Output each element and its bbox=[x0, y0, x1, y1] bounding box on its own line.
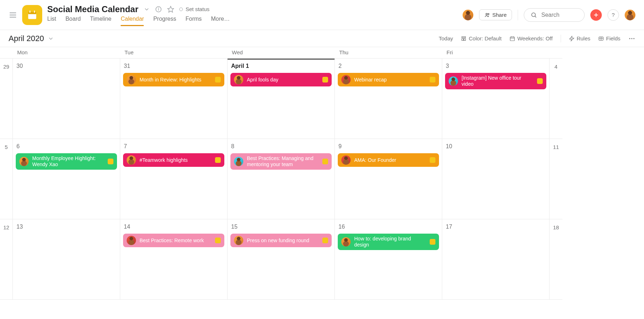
project-color-icon[interactable] bbox=[22, 5, 42, 25]
day-cell[interactable]: 6 Monthly Employee Highlight: Wendy Xao bbox=[13, 139, 120, 219]
task-badge-icon bbox=[537, 78, 543, 84]
day-number: 9 bbox=[338, 143, 439, 150]
tab-board[interactable]: Board bbox=[65, 16, 81, 26]
day-number: 16 bbox=[338, 224, 439, 230]
task-badge-icon bbox=[430, 77, 435, 83]
task-badge-icon bbox=[215, 238, 221, 243]
svg-point-11 bbox=[486, 13, 487, 15]
task-card[interactable]: Monthly Employee Highlight: Wendy Xao bbox=[16, 153, 117, 170]
color-picker[interactable]: Color: Default bbox=[461, 35, 502, 41]
svg-rect-17 bbox=[462, 36, 466, 38]
task-card[interactable]: Best Practices: Managing and mentoring y… bbox=[230, 153, 332, 170]
day-cell[interactable]: 15 Press on new funding round bbox=[228, 219, 335, 300]
search-box[interactable] bbox=[524, 8, 585, 22]
set-status-button[interactable]: Set status bbox=[179, 6, 210, 12]
share-button[interactable]: Share bbox=[479, 9, 512, 20]
day-cell[interactable]: 7 #Teamwork highlights bbox=[120, 139, 228, 219]
tab-calendar[interactable]: Calendar bbox=[121, 16, 144, 26]
tab-timeline[interactable]: Timeline bbox=[90, 16, 112, 26]
day-number: 8 bbox=[231, 143, 332, 150]
saturday-gutter[interactable]: 4 bbox=[550, 59, 562, 139]
tab-forms[interactable]: Forms bbox=[185, 16, 201, 26]
day-cell[interactable]: 8 Best Practices: Managing and mentoring… bbox=[228, 139, 335, 219]
task-card[interactable]: Webinar recap bbox=[338, 73, 439, 86]
svg-point-12 bbox=[488, 13, 489, 14]
day-cell[interactable]: 14 Best Practices: Remote work bbox=[120, 219, 228, 300]
svg-rect-4 bbox=[28, 12, 36, 14]
weekends-toggle[interactable]: Weekends: Off bbox=[509, 35, 553, 41]
dow-tue: Tue bbox=[120, 47, 228, 59]
tab-progress[interactable]: Progress bbox=[153, 16, 176, 26]
task-card[interactable]: Press on new funding round bbox=[230, 234, 332, 247]
task-badge-icon bbox=[430, 239, 435, 245]
help-button[interactable]: ? bbox=[608, 9, 619, 21]
plus-icon bbox=[593, 12, 599, 18]
assignee-avatar bbox=[341, 75, 351, 84]
day-number: 7 bbox=[124, 143, 224, 150]
task-badge-icon bbox=[215, 77, 221, 83]
saturday-gutter[interactable]: 18 bbox=[550, 219, 562, 300]
day-cell[interactable]: 2 Webinar recap bbox=[335, 59, 442, 139]
calendar-grid: Mon Tue Wed Thu Fri 29 30 31 Month in Re… bbox=[0, 47, 644, 300]
task-card[interactable]: Month in Review: Highlights bbox=[123, 73, 224, 86]
tab-more[interactable]: More… bbox=[211, 16, 230, 26]
month-picker[interactable]: April 2020 bbox=[9, 34, 54, 43]
task-card[interactable]: April fools day bbox=[230, 73, 332, 86]
more-options-button[interactable] bbox=[628, 35, 635, 42]
assignee-avatar bbox=[234, 236, 243, 245]
day-cell[interactable]: 10 bbox=[442, 139, 550, 219]
search-input[interactable] bbox=[541, 11, 578, 19]
project-header: Social Media Calendar Set status List Bo… bbox=[47, 4, 458, 26]
set-status-label: Set status bbox=[186, 6, 210, 12]
hamburger-menu-icon[interactable] bbox=[9, 11, 17, 19]
task-card[interactable]: #Teamwork highlights bbox=[123, 153, 224, 167]
day-cell[interactable]: 17 bbox=[442, 219, 550, 300]
sunday-gutter[interactable]: 5 bbox=[0, 139, 13, 219]
sunday-gutter[interactable]: 12 bbox=[0, 219, 13, 300]
rules-label: Rules bbox=[577, 35, 590, 41]
day-number: 17 bbox=[446, 224, 546, 230]
task-title: Press on new funding round bbox=[247, 238, 319, 244]
calendar-toolbar: April 2020 Today Color: Default Weekends… bbox=[0, 30, 644, 47]
info-icon[interactable] bbox=[155, 6, 162, 13]
calendar-icon bbox=[509, 36, 515, 41]
assignee-avatar bbox=[127, 236, 136, 245]
rules-button[interactable]: Rules bbox=[569, 35, 590, 41]
project-title[interactable]: Social Media Calendar bbox=[47, 4, 138, 14]
quick-add-button[interactable] bbox=[590, 9, 602, 21]
task-card[interactable]: [Instagram] New office tour video bbox=[445, 73, 546, 89]
task-card[interactable]: Best Practices: Remote work bbox=[123, 234, 224, 247]
lightning-icon bbox=[569, 36, 575, 41]
fields-button[interactable]: Fields bbox=[598, 35, 620, 41]
day-cell[interactable]: 16 How to: developing brand design bbox=[335, 219, 442, 300]
day-cell[interactable]: April 1 April fools day bbox=[228, 59, 335, 139]
project-dropdown-caret-icon[interactable] bbox=[143, 6, 150, 13]
share-label: Share bbox=[492, 12, 507, 18]
search-icon bbox=[531, 12, 537, 18]
day-cell[interactable]: 30 bbox=[13, 59, 120, 139]
day-cell[interactable]: 31 Month in Review: Highlights bbox=[120, 59, 228, 139]
assignee-avatar bbox=[19, 157, 29, 166]
day-cell[interactable]: 3 [Instagram] New office tour video bbox=[442, 59, 550, 139]
user-avatar[interactable] bbox=[625, 10, 635, 20]
tab-list[interactable]: List bbox=[47, 16, 56, 26]
task-title: Month in Review: Highlights bbox=[140, 77, 211, 83]
day-cell[interactable]: 13 bbox=[13, 219, 120, 300]
svg-point-13 bbox=[532, 13, 536, 17]
svg-rect-6 bbox=[34, 10, 35, 13]
month-label: April 2020 bbox=[9, 34, 44, 43]
day-number: 31 bbox=[124, 63, 224, 69]
svg-marker-10 bbox=[167, 6, 174, 12]
project-member-avatar[interactable] bbox=[463, 10, 473, 20]
day-cell[interactable]: 9 AMA: Our Founder bbox=[335, 139, 442, 219]
star-icon[interactable] bbox=[167, 6, 174, 13]
saturday-gutter[interactable]: 11 bbox=[550, 139, 562, 219]
divider bbox=[561, 35, 561, 43]
sunday-gutter[interactable]: 29 bbox=[0, 59, 13, 139]
task-card[interactable]: AMA: Our Founder bbox=[338, 153, 439, 167]
task-badge-icon bbox=[322, 159, 328, 164]
today-button[interactable]: Today bbox=[439, 35, 453, 41]
task-card[interactable]: How to: developing brand design bbox=[338, 234, 439, 250]
chevron-down-icon bbox=[48, 35, 54, 42]
assignee-avatar bbox=[234, 75, 243, 84]
